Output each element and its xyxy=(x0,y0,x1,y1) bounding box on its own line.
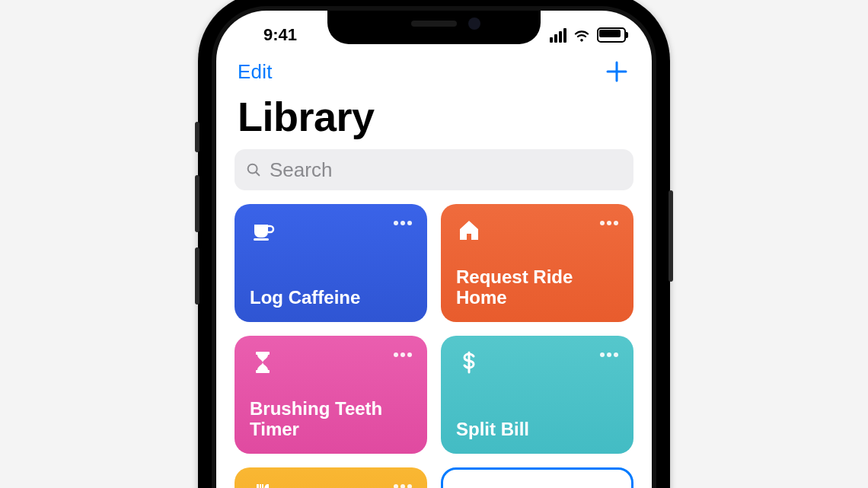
hourglass-icon xyxy=(250,349,276,375)
volume-up-button xyxy=(195,175,199,232)
coffee-cup-icon xyxy=(250,218,276,244)
more-icon[interactable] xyxy=(394,352,412,357)
edit-button[interactable]: Edit xyxy=(238,60,273,84)
status-time: 9:41 xyxy=(242,18,318,45)
screen: 9:41 Edit Library xyxy=(216,11,652,488)
svg-rect-2 xyxy=(256,352,270,355)
volume-down-button xyxy=(195,247,199,305)
phone-frame: 9:41 Edit Library xyxy=(198,0,670,488)
shortcut-card-brushing-teeth-timer[interactable]: Brushing Teeth Timer xyxy=(235,336,427,454)
shortcut-card-split-bill[interactable]: Split Bill xyxy=(441,336,633,454)
power-button xyxy=(669,190,673,282)
add-button[interactable] xyxy=(603,58,630,85)
card-label: Split Bill xyxy=(456,419,618,440)
search-placeholder: Search xyxy=(270,158,332,182)
more-icon[interactable] xyxy=(394,221,412,225)
wifi-icon xyxy=(573,26,591,44)
notch xyxy=(327,11,541,44)
more-icon[interactable] xyxy=(600,352,618,357)
create-shortcut-card[interactable] xyxy=(441,467,633,488)
card-label: Log Caffeine xyxy=(250,287,412,308)
search-input[interactable]: Search xyxy=(235,149,633,190)
plus-icon xyxy=(603,58,630,85)
svg-rect-3 xyxy=(256,370,270,373)
svg-rect-1 xyxy=(254,238,269,241)
cellular-icon xyxy=(550,28,566,43)
shortcut-card-log-caffeine[interactable]: Log Caffeine xyxy=(235,204,427,322)
dollar-icon xyxy=(456,349,482,375)
home-icon xyxy=(456,218,482,244)
search-icon xyxy=(245,161,262,178)
mute-switch xyxy=(195,122,199,152)
shortcut-card-5[interactable] xyxy=(235,467,427,488)
page-title: Library xyxy=(216,88,652,149)
shortcut-card-request-ride-home[interactable]: Request Ride Home xyxy=(441,204,633,322)
utensils-icon xyxy=(250,481,276,488)
more-icon[interactable] xyxy=(394,484,412,488)
more-icon[interactable] xyxy=(600,221,618,225)
card-label: Brushing Teeth Timer xyxy=(250,398,412,440)
card-label: Request Ride Home xyxy=(456,266,618,308)
battery-icon xyxy=(597,27,626,43)
nav-bar: Edit xyxy=(216,52,652,88)
